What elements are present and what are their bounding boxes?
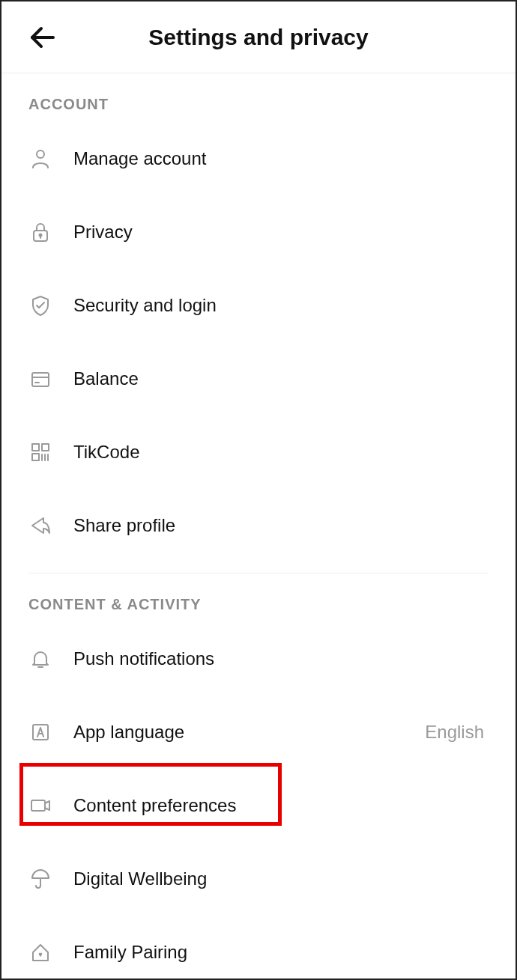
bell-icon [28, 647, 73, 671]
back-button[interactable] [24, 19, 61, 56]
shield-icon [28, 293, 73, 317]
arrow-left-icon [28, 22, 58, 52]
settings-item-label: Push notifications [73, 648, 489, 669]
settings-item-digital-wellbeing[interactable]: Digital Wellbeing [1, 842, 516, 916]
svg-rect-10 [32, 454, 39, 460]
svg-rect-8 [32, 444, 39, 451]
settings-item-label: Security and login [73, 295, 489, 316]
settings-item-label: Privacy [73, 222, 489, 243]
header-bar: Settings and privacy [1, 1, 516, 73]
settings-item-manage-account[interactable]: Manage account [1, 122, 516, 195]
settings-item-push-notifications[interactable]: Push notifications [1, 622, 516, 696]
svg-rect-9 [42, 444, 49, 451]
settings-item-label: Share profile [73, 515, 489, 536]
settings-item-value: English [425, 722, 484, 743]
person-icon [28, 147, 73, 171]
lock-icon [28, 220, 73, 244]
svg-rect-16 [31, 800, 45, 811]
section-header-content-activity: CONTENT & ACTIVITY [1, 573, 516, 622]
section-header-account: ACCOUNT [1, 73, 516, 122]
svg-rect-15 [33, 725, 48, 740]
settings-item-label: Digital Wellbeing [73, 868, 489, 889]
home-heart-icon [28, 940, 73, 964]
settings-item-label: Content preferences [73, 795, 489, 816]
svg-marker-17 [45, 801, 49, 810]
settings-item-label: TikCode [73, 442, 489, 463]
share-icon [28, 514, 73, 538]
settings-item-label: Balance [73, 368, 489, 389]
video-icon [28, 794, 73, 818]
settings-item-privacy[interactable]: Privacy [1, 195, 516, 269]
page-title: Settings and privacy [16, 25, 501, 50]
svg-rect-5 [32, 373, 49, 386]
wallet-icon [28, 367, 73, 391]
settings-item-label: Family Pairing [73, 942, 489, 963]
language-icon [28, 720, 73, 744]
settings-item-app-language[interactable]: App language English [1, 696, 516, 769]
settings-item-security-login[interactable]: Security and login [1, 269, 516, 342]
qrcode-icon [28, 440, 73, 464]
settings-item-content-preferences[interactable]: Content preferences [1, 769, 516, 842]
settings-item-label: Manage account [73, 148, 489, 169]
settings-item-tikcode[interactable]: TikCode [1, 416, 516, 489]
umbrella-icon [28, 867, 73, 891]
settings-item-family-pairing[interactable]: Family Pairing [1, 916, 516, 980]
settings-item-share-profile[interactable]: Share profile [1, 489, 516, 562]
settings-item-label: App language [73, 722, 425, 743]
svg-point-1 [37, 150, 44, 158]
settings-item-balance[interactable]: Balance [1, 342, 516, 416]
